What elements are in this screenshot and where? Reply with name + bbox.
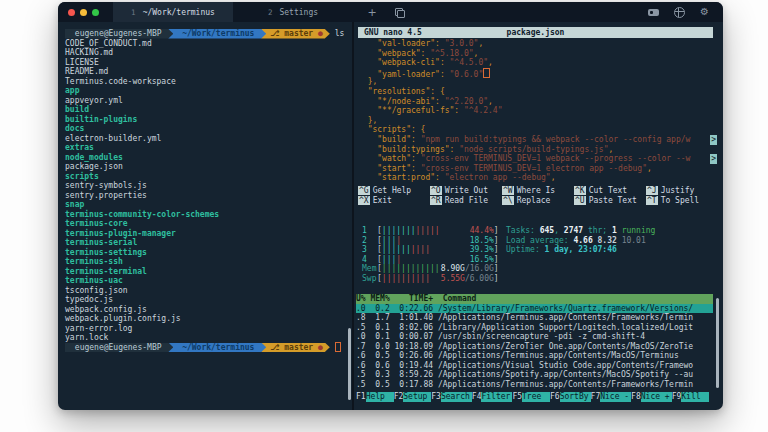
nano-line: "yaml-loader": "0.6.0" bbox=[358, 68, 717, 78]
fkey-tree[interactable]: F5Tree bbox=[512, 392, 550, 402]
left-terminal-pane[interactable]: eugene@Eugenes-MBP ~/Work/terminus ⎇ mas… bbox=[58, 22, 352, 410]
title-bar: 1 ~/Work/terminus 2 Settings + ⚙ bbox=[58, 2, 723, 22]
line-continuation-marker: > bbox=[710, 135, 717, 145]
file-entry: builtin-plugins bbox=[65, 115, 352, 125]
nano-shortcut: ^JJustify bbox=[646, 186, 718, 196]
nano-shortcut: ^OWrite Out bbox=[430, 186, 502, 196]
prompt-git-segment: ⎇ master ● bbox=[261, 343, 330, 353]
tab-label: ~/Work/terminus bbox=[143, 8, 215, 17]
fkey-sortby[interactable]: F6SortBy bbox=[550, 392, 591, 402]
process-row[interactable]: .7 0.0 10:18.09 /Applications/ZeroTier O… bbox=[356, 342, 713, 352]
file-entry: docs bbox=[65, 124, 352, 134]
text-cursor bbox=[335, 342, 342, 352]
fkey-setup[interactable]: F2Setup bbox=[394, 392, 432, 402]
minimize-button[interactable] bbox=[80, 9, 87, 16]
nano-line: "*/node-abi": "^2.20.0", bbox=[358, 97, 717, 107]
process-row[interactable]: .5 0.1 8:02.06 /Library/Application Supp… bbox=[356, 323, 713, 333]
file-entry: terminus-community-color-schemes bbox=[65, 210, 352, 220]
nano-shortcut: ^XExit bbox=[358, 196, 430, 206]
shell-prompt: eugene@Eugenes-MBP ~/Work/terminus ⎇ mas… bbox=[65, 29, 352, 39]
file-entry: appveyor.yml bbox=[65, 96, 352, 106]
file-entry: terminus-terminal bbox=[65, 267, 352, 277]
file-entry: LICENSE bbox=[65, 58, 352, 68]
process-row[interactable]: .8 1.7 1:01.40 /Applications/Terminus.ap… bbox=[356, 313, 713, 323]
duplicate-tab-icon[interactable] bbox=[395, 8, 403, 16]
nano-shortcut: ^GGet Help bbox=[358, 186, 430, 196]
globe-icon[interactable] bbox=[674, 7, 685, 18]
close-button[interactable] bbox=[68, 9, 75, 16]
nano-line: "val-loader": "3.0.0", bbox=[358, 39, 717, 49]
process-table-header[interactable]: U% MEM% TIME+ Command bbox=[356, 294, 713, 304]
process-row[interactable]: .6 0.5 0:26.06 /Applications/Terminus.ap… bbox=[356, 351, 713, 361]
fkey-filter[interactable]: F4Filter bbox=[472, 392, 513, 402]
left-pane-scrollbar[interactable] bbox=[348, 328, 351, 400]
gear-icon[interactable]: ⚙ bbox=[700, 7, 709, 17]
nano-line: "build": "npm run build:typings && webpa… bbox=[358, 135, 717, 145]
nano-shortcut: ^UPaste Text bbox=[574, 196, 646, 206]
fkey-help[interactable]: F1Help bbox=[356, 392, 394, 402]
nano-line: "start:prod": "electron app --debug", bbox=[358, 173, 717, 183]
nano-line: "scripts": { bbox=[358, 125, 717, 135]
file-entry: yarn-error.log bbox=[65, 324, 352, 334]
nano-line: "resolutions": { bbox=[358, 87, 717, 97]
file-entry: webpack.config.js bbox=[65, 305, 352, 315]
process-row[interactable]: .5 0.5 0:17.88 /Applications/Terminus.ap… bbox=[356, 380, 713, 390]
fkey-search[interactable]: F3Search bbox=[431, 392, 472, 402]
prompt-path-segment: ~/Work/terminus bbox=[168, 29, 266, 39]
swp-meter: Swp[||||||||||5.55G/6.00G] bbox=[362, 274, 499, 284]
process-row[interactable]: .0 0.1 0:00.07 /usr/sbin/screencapture -… bbox=[356, 332, 713, 342]
titlebar-actions: ⚙ bbox=[648, 2, 723, 22]
nano-line: "watch": "cross-env TERMINUS_DEV=1 webpa… bbox=[358, 154, 717, 164]
process-row[interactable]: .5 0.3 8:59.26 /Applications/Spotify.app… bbox=[356, 370, 713, 380]
file-entry: terminus-core bbox=[65, 219, 352, 229]
prompt-git-segment: ⎇ master ● bbox=[261, 29, 330, 39]
cpu-meter: 1 [||||||||||||44.4%] bbox=[362, 226, 499, 236]
file-entry: node_modules bbox=[65, 153, 352, 163]
cpu-meter: 3 [||||||||||39.3%] bbox=[362, 245, 499, 255]
tab-settings[interactable]: 2 Settings bbox=[233, 2, 353, 22]
file-entry: webpack.plugin.config.js bbox=[65, 314, 352, 324]
file-entry: tsconfig.json bbox=[65, 286, 352, 296]
right-terminal-pane[interactable]: package.json GNU nano 4.5 "val-loader": … bbox=[354, 22, 723, 410]
htop-summary-line: Uptime: 1 day, 23:07:46 bbox=[506, 245, 655, 255]
htop-process-table: U% MEM% TIME+ Command.0 0.2 0:22.66 /Sys… bbox=[356, 294, 713, 389]
fkey-nice-[interactable]: F7Nice - bbox=[591, 392, 632, 402]
file-entry: sentry-symbols.js bbox=[65, 181, 352, 191]
file-entry: terminus-ssh bbox=[65, 257, 352, 267]
shell-prompt: eugene@Eugenes-MBP ~/Work/terminus ⎇ mas… bbox=[65, 343, 352, 353]
line-continuation-marker: > bbox=[710, 154, 717, 164]
fkey-kill[interactable]: F9Kill bbox=[672, 392, 710, 402]
nano-line: "webpack-cli": "^4.5.0", bbox=[358, 58, 717, 68]
htop-summary-line: Load average: 4.66 8.32 10.01 bbox=[506, 236, 655, 246]
file-entry: terminus-uac bbox=[65, 276, 352, 286]
file-entry: terminus-plugin-manager bbox=[65, 229, 352, 239]
tab-index: 1 bbox=[131, 8, 136, 17]
htop-cpu-meters: 1 [||||||||||||44.4%]2 [||||18.5%]3 [|||… bbox=[362, 226, 499, 284]
right-pane-scrollbar[interactable] bbox=[716, 298, 719, 388]
file-entry: terminus-settings bbox=[65, 248, 352, 258]
zoom-button[interactable] bbox=[92, 9, 99, 16]
left-terminal-output: eugene@Eugenes-MBP ~/Work/terminus ⎇ mas… bbox=[65, 29, 352, 352]
file-entry: app bbox=[65, 86, 352, 96]
cpu-meter: 4 [||||16.5%] bbox=[362, 255, 499, 265]
tab-label: Settings bbox=[279, 8, 318, 17]
tab-bar: 1 ~/Work/terminus 2 Settings bbox=[113, 2, 353, 22]
process-row-selected[interactable]: .0 0.2 0:22.66 /System/Library/Framework… bbox=[356, 304, 713, 314]
fkey-nice-[interactable]: F8Nice + bbox=[631, 392, 672, 402]
mem-meter: Mem[||||||||||||8.90G/16.0G] bbox=[362, 264, 499, 274]
file-entry: HACKING.md bbox=[65, 48, 352, 58]
nano-line: }, bbox=[358, 116, 717, 126]
nano-shortcut: ^TTo Spell bbox=[646, 196, 718, 206]
nano-title-bar: package.json GNU nano 4.5 bbox=[358, 27, 713, 38]
nano-shortcut-bar: ^GGet Help^OWrite Out^WWhere Is^KCut Tex… bbox=[358, 186, 719, 206]
prompt-user-segment: eugene@Eugenes-MBP bbox=[65, 29, 173, 39]
nano-line: "build:typings": "node scripts/build-typ… bbox=[358, 145, 717, 155]
file-entry: package.json bbox=[65, 162, 352, 172]
process-row[interactable]: .6 0.6 0:19.44 /Applications/Visual Stud… bbox=[356, 361, 713, 371]
nano-filename: package.json bbox=[358, 28, 713, 38]
keyboard-icon[interactable] bbox=[648, 9, 659, 16]
nano-shortcut: ^WWhere Is bbox=[502, 186, 574, 196]
new-tab-button[interactable]: + bbox=[359, 2, 385, 22]
cpu-meter: 2 [||||18.5%] bbox=[362, 236, 499, 246]
tab-work-terminus[interactable]: 1 ~/Work/terminus bbox=[113, 2, 233, 22]
